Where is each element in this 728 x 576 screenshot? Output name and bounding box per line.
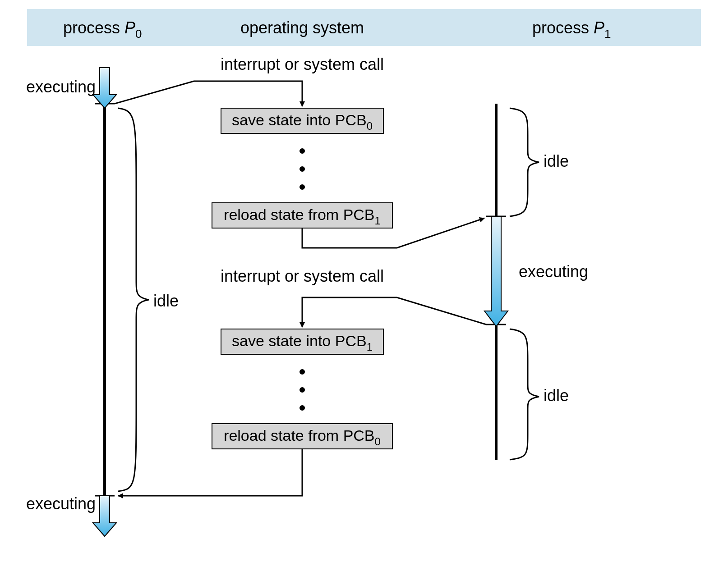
- label-executing-right: executing: [519, 262, 588, 281]
- exec-arrow-p0-bottom: [93, 496, 116, 536]
- header-os: operating system: [240, 18, 364, 37]
- brace-left: [118, 108, 149, 491]
- label-executing-bottom: executing: [26, 494, 96, 513]
- label-executing-top: executing: [26, 78, 96, 96]
- label-idle-right-bottom: idle: [544, 386, 569, 405]
- dots-1c: [299, 184, 305, 190]
- dots-2c: [299, 405, 305, 411]
- label-interrupt-1: interrupt or system call: [221, 55, 384, 73]
- arrow-p1-to-save1: [302, 297, 486, 327]
- brace-right-top: [510, 108, 539, 216]
- label-interrupt-2: interrupt or system call: [221, 267, 384, 285]
- dots-2b: [299, 387, 305, 393]
- arrow-reload0-to-p0: [118, 449, 302, 496]
- arrow-p0-to-save0: [115, 81, 302, 106]
- label-idle-left: idle: [153, 292, 179, 310]
- dots-2a: [299, 369, 305, 375]
- label-idle-right-top: idle: [544, 152, 569, 170]
- dots-1b: [299, 166, 305, 172]
- exec-arrow-p1: [484, 216, 508, 326]
- brace-right-bottom: [510, 329, 539, 460]
- exec-arrow-p0-top: [93, 68, 116, 108]
- dots-1a: [299, 148, 305, 154]
